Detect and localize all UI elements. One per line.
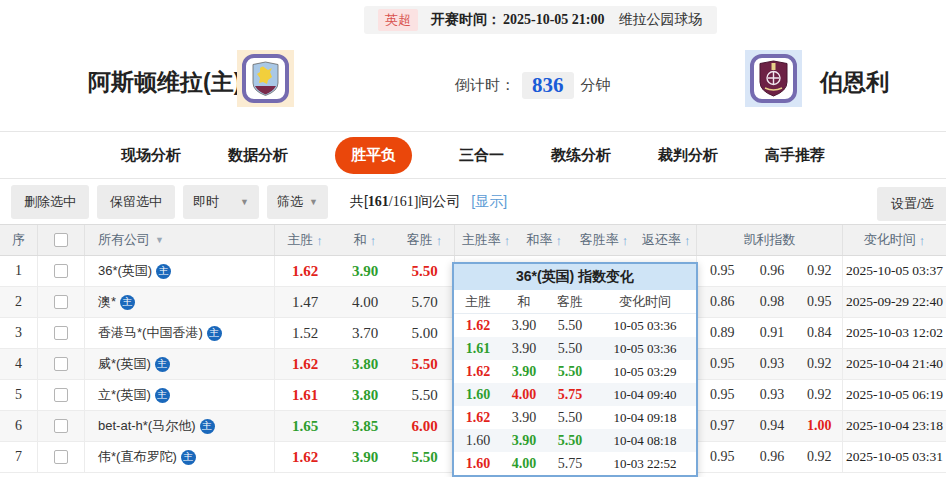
header-away-win[interactable]: 客胜 ↑ bbox=[395, 225, 455, 255]
row-checkbox[interactable] bbox=[54, 264, 68, 278]
row-checkbox[interactable] bbox=[54, 295, 68, 309]
venue-name: 维拉公园球场 bbox=[619, 11, 703, 29]
odds-value: 3.70 bbox=[352, 325, 378, 342]
header-home-win[interactable]: 主胜 ↑ bbox=[275, 225, 335, 255]
league-badge: 英超 bbox=[378, 9, 418, 31]
popup-header: 主胜 和 客胜 变化时间 bbox=[454, 290, 696, 314]
company-name-cell[interactable]: 澳*主 bbox=[85, 287, 275, 317]
popup-header-draw: 和 bbox=[502, 290, 546, 313]
match-header: 阿斯顿维拉(主) 倒计时： 836 分钟 伯恩利 bbox=[0, 40, 946, 131]
main-bookmaker-badge: 主 bbox=[181, 450, 196, 465]
header-away-rate[interactable]: 客胜率↑ bbox=[572, 231, 637, 249]
popup-draw-odds: 3.90 bbox=[512, 364, 537, 380]
row-index: 7 bbox=[0, 442, 38, 472]
popup-home-win-odds: 1.60 bbox=[466, 433, 491, 449]
company-name: 立*(英国) bbox=[98, 386, 151, 404]
kelly-value: 0.84 bbox=[796, 325, 842, 341]
row-checkbox[interactable] bbox=[54, 419, 68, 433]
kelly-index-cell: 0.970.941.00 bbox=[697, 411, 843, 441]
popup-away-win-odds: 5.75 bbox=[558, 456, 583, 472]
header-rate-group: 主胜率↑ 和率↑ 客胜率↑ 返还率↑ bbox=[455, 225, 697, 255]
aston-villa-crest-icon bbox=[237, 50, 294, 107]
header-home-win-label: 主胜 bbox=[287, 231, 313, 249]
company-count-suffix: /161]间公司 bbox=[389, 194, 461, 209]
company-name-cell[interactable]: 伟*(直布罗陀)主 bbox=[85, 442, 275, 472]
popup-title: 36*(英国) 指数变化 bbox=[454, 264, 696, 290]
home-win-odds-cell: 1.47 bbox=[275, 287, 335, 317]
header-away-win-label: 客胜 bbox=[407, 231, 433, 249]
row-checkbox[interactable] bbox=[54, 357, 68, 371]
odds-value: 1.47 bbox=[292, 294, 318, 311]
company-name-cell[interactable]: 36*(英国)主 bbox=[85, 256, 275, 286]
filter-toolbar: 删除选中 保留选中 即时 ▼ 筛选 ▼ 共[161/161]间公司 [显示] 设… bbox=[0, 178, 946, 224]
header-return-rate-label: 返还率 bbox=[642, 231, 681, 249]
sort-asc-icon: ↑ bbox=[316, 233, 323, 248]
chevron-down-icon: ▼ bbox=[155, 235, 164, 245]
sort-asc-icon: ↑ bbox=[370, 233, 377, 248]
tab-win-draw-lose[interactable]: 胜平负 bbox=[335, 137, 412, 174]
show-link[interactable]: [显示] bbox=[471, 193, 507, 209]
kelly-value: 0.95 bbox=[796, 294, 842, 310]
tab-data-analysis[interactable]: 数据分析 bbox=[228, 146, 288, 165]
company-name-cell[interactable]: 威*(英国)主 bbox=[85, 349, 275, 379]
popup-header-away-win: 客胜 bbox=[546, 290, 594, 313]
header-company[interactable]: 所有公司 ▼ bbox=[85, 225, 275, 255]
filter-dropdown-value: 筛选 bbox=[277, 193, 303, 211]
header-draw-rate[interactable]: 和率↑ bbox=[517, 231, 572, 249]
company-name: bet-at-h*(马尔他) bbox=[98, 417, 196, 435]
row-checkbox-cell bbox=[38, 318, 85, 348]
countdown-label: 倒计时： bbox=[455, 76, 515, 95]
row-checkbox-cell bbox=[38, 349, 85, 379]
header-draw-label: 和 bbox=[354, 231, 367, 249]
tab-referee-analysis[interactable]: 裁判分析 bbox=[658, 146, 718, 165]
away-team-name: 伯恩利 bbox=[820, 67, 889, 98]
company-count-text: 共[161/161]间公司 [显示] bbox=[350, 193, 507, 211]
change-time-cell: 2025-10-05 03:37 bbox=[843, 256, 946, 286]
popup-draw-odds: 3.90 bbox=[512, 410, 537, 426]
popup-away-win-odds: 5.50 bbox=[558, 341, 583, 357]
keep-selected-button[interactable]: 保留选中 bbox=[97, 185, 175, 219]
odds-value: 1.62 bbox=[292, 263, 318, 280]
company-name-cell[interactable]: 立*(英国)主 bbox=[85, 380, 275, 410]
kelly-value: 0.98 bbox=[748, 294, 797, 310]
home-win-odds-cell: 1.52 bbox=[275, 318, 335, 348]
row-checkbox[interactable] bbox=[54, 326, 68, 340]
odds-value: 5.00 bbox=[411, 325, 437, 342]
row-checkbox[interactable] bbox=[54, 388, 68, 402]
odds-value: 1.62 bbox=[292, 449, 318, 466]
row-index: 6 bbox=[0, 411, 38, 441]
filter-dropdown[interactable]: 筛选 ▼ bbox=[267, 185, 328, 219]
popup-history-row: 1.604.005.7510-03 22:52 bbox=[454, 452, 696, 475]
away-win-odds-cell: 5.70 bbox=[395, 287, 455, 317]
kelly-value: 0.91 bbox=[748, 325, 797, 341]
odds-value: 5.50 bbox=[411, 449, 437, 466]
row-index: 4 bbox=[0, 349, 38, 379]
delete-selected-button[interactable]: 删除选中 bbox=[11, 185, 89, 219]
kickoff-label: 开赛时间： bbox=[431, 11, 501, 29]
draw-odds-cell: 3.80 bbox=[335, 349, 395, 379]
odds-time-dropdown[interactable]: 即时 ▼ bbox=[183, 185, 259, 219]
kelly-value: 0.93 bbox=[748, 356, 797, 372]
chevron-down-icon: ▼ bbox=[309, 197, 318, 207]
home-win-odds-cell: 1.65 bbox=[275, 411, 335, 441]
odds-value: 5.50 bbox=[411, 356, 437, 373]
header-home-rate[interactable]: 主胜率↑ bbox=[455, 231, 517, 249]
tab-coach-analysis[interactable]: 教练分析 bbox=[551, 146, 611, 165]
company-name-cell[interactable]: 香港马*(中国香港)主 bbox=[85, 318, 275, 348]
row-checkbox-cell bbox=[38, 411, 85, 441]
header-return-rate[interactable]: 返还率↑ bbox=[636, 231, 696, 249]
home-win-odds-cell: 1.62 bbox=[275, 349, 335, 379]
header-change-time[interactable]: 变化时间 ↑ bbox=[843, 225, 946, 255]
select-all-checkbox[interactable] bbox=[54, 233, 68, 247]
popup-change-time: 10-04 09:18 bbox=[594, 406, 696, 429]
header-draw[interactable]: 和 ↑ bbox=[335, 225, 395, 255]
row-checkbox[interactable] bbox=[54, 450, 68, 464]
tab-live-analysis[interactable]: 现场分析 bbox=[121, 146, 181, 165]
sort-asc-icon: ↑ bbox=[684, 233, 691, 248]
tab-three-in-one[interactable]: 三合一 bbox=[459, 146, 504, 165]
company-name-cell[interactable]: bet-at-h*(马尔他)主 bbox=[85, 411, 275, 441]
popup-history-row: 1.613.905.5010-05 03:36 bbox=[454, 337, 696, 360]
tab-expert-picks[interactable]: 高手推荐 bbox=[765, 146, 825, 165]
popup-change-time: 10-05 03:36 bbox=[594, 314, 696, 337]
settings-button[interactable]: 设置/选 bbox=[877, 187, 946, 221]
